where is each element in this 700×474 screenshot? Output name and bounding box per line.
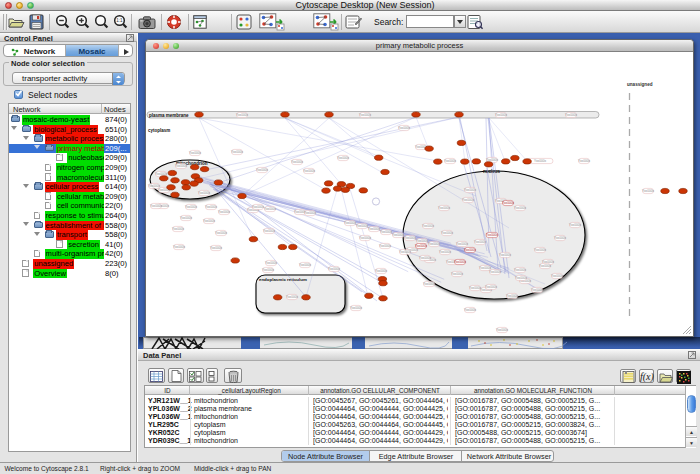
svg-text:Yxx000x: Yxx000x (499, 253, 512, 257)
svg-text:Yxx000x: Yxx000x (303, 169, 316, 173)
svg-text:Yxx000x: Yxx000x (236, 113, 249, 117)
svg-text:Yxx000x: Yxx000x (286, 295, 299, 299)
svg-text:Yxx000x: Yxx000x (304, 211, 317, 215)
svg-text:Yxx000x: Yxx000x (642, 189, 655, 193)
svg-text:Yxx000x: Yxx000x (565, 113, 578, 117)
svg-text:Yxx000x: Yxx000x (551, 274, 564, 278)
svg-text:Yxx000x: Yxx000x (464, 188, 477, 192)
svg-text:Yxx000x: Yxx000x (359, 236, 372, 240)
svg-text:Yxx000x: Yxx000x (534, 248, 547, 252)
svg-text:plasma membrane: plasma membrane (149, 113, 189, 118)
svg-text:Yxx000x: Yxx000x (185, 205, 198, 209)
svg-text:Yxx000x: Yxx000x (464, 308, 477, 312)
svg-text:Yxx000x: Yxx000x (464, 248, 477, 252)
svg-text:Yxx000x: Yxx000x (489, 270, 502, 274)
svg-text:Yxx000x: Yxx000x (569, 223, 582, 227)
svg-text:Yxx000x: Yxx000x (150, 204, 163, 208)
svg-text:Yxx000x: Yxx000x (359, 113, 372, 117)
svg-text:Yxx000x: Yxx000x (203, 219, 216, 223)
svg-text:Yxx000x: Yxx000x (539, 264, 552, 268)
svg-text:Yxx000x: Yxx000x (256, 168, 269, 172)
svg-text:Yxx000x: Yxx000x (344, 221, 357, 225)
svg-text:Yxx000x: Yxx000x (328, 267, 341, 271)
svg-text:Yxx000x: Yxx000x (375, 269, 388, 273)
svg-text:Yxx000x: Yxx000x (252, 205, 265, 209)
svg-text:Yxx000x: Yxx000x (485, 285, 498, 289)
svg-text:Yxx000x: Yxx000x (291, 160, 304, 164)
svg-text:Yxx000x: Yxx000x (444, 159, 457, 163)
svg-text:Yxx000x: Yxx000x (392, 233, 405, 237)
svg-text:Yxx000x: Yxx000x (215, 231, 228, 235)
svg-text:Yxx000x: Yxx000x (439, 250, 452, 254)
svg-text:Yxx000x: Yxx000x (514, 206, 527, 210)
svg-text:Yxx000x: Yxx000x (180, 216, 193, 220)
svg-text:Yxx000x: Yxx000x (368, 227, 381, 231)
svg-text:Yxx000x: Yxx000x (454, 260, 467, 264)
svg-text:Yxx000x: Yxx000x (379, 244, 392, 248)
svg-text:Yxx000x: Yxx000x (502, 201, 515, 205)
svg-text:Yxx000x: Yxx000x (495, 113, 508, 117)
svg-text:Yxx000x: Yxx000x (265, 261, 278, 265)
svg-text:cytoplasm: cytoplasm (148, 128, 170, 133)
svg-text:Yxx000x: Yxx000x (189, 151, 202, 155)
svg-text:Yxx000x: Yxx000x (423, 282, 436, 286)
svg-text:Yxx000x: Yxx000x (515, 276, 528, 280)
svg-text:Yxx000x: Yxx000x (231, 150, 244, 154)
svg-text:Yxx000x: Yxx000x (218, 210, 231, 214)
svg-text:Yxx000x: Yxx000x (415, 244, 428, 248)
svg-text:1:1: 1:1 (116, 18, 123, 23)
svg-text:Yxx000x: Yxx000x (578, 159, 591, 163)
svg-text:Yxx000x: Yxx000x (404, 236, 417, 240)
svg-text:Yxx000x: Yxx000x (350, 306, 363, 310)
svg-text:Yxx000x: Yxx000x (422, 224, 435, 228)
svg-text:Yxx000x: Yxx000x (263, 229, 276, 233)
svg-text:Yxx000x: Yxx000x (380, 230, 393, 234)
svg-text:Yxx000x: Yxx000x (264, 207, 277, 211)
svg-text:Yxx000x: Yxx000x (175, 164, 188, 168)
svg-text:Yxx000x: Yxx000x (456, 242, 469, 246)
svg-text:Yxx000x: Yxx000x (514, 268, 527, 272)
svg-text:Yxx000x: Yxx000x (486, 233, 499, 237)
svg-text:Yxx000x: Yxx000x (337, 156, 350, 160)
svg-text:Yxx000x: Yxx000x (205, 205, 218, 209)
svg-text:Yxx000x: Yxx000x (438, 206, 451, 210)
svg-text:Yxx000x: Yxx000x (398, 126, 411, 130)
svg-text:Yxx000x: Yxx000x (356, 224, 369, 228)
svg-text:unassigned: unassigned (627, 82, 653, 87)
svg-text:Yxx000x: Yxx000x (496, 328, 509, 332)
svg-text:Yxx000x: Yxx000x (419, 256, 432, 260)
svg-text:Yxx000x: Yxx000x (399, 250, 412, 254)
svg-text:Yxx000x: Yxx000x (451, 272, 464, 276)
svg-text:Yxx000x: Yxx000x (173, 245, 186, 249)
svg-text:Yxx000x: Yxx000x (198, 191, 211, 195)
svg-text:Yxx000x: Yxx000x (554, 236, 567, 240)
svg-text:Yxx000x: Yxx000x (506, 294, 519, 298)
svg-text:Yxx000x: Yxx000x (462, 198, 475, 202)
svg-text:Yxx000x: Yxx000x (416, 239, 429, 243)
svg-text:Yxx000x: Yxx000x (210, 246, 223, 250)
svg-text:Yxx000x: Yxx000x (534, 159, 547, 163)
svg-text:Yxx000x: Yxx000x (531, 288, 544, 292)
svg-text:Yxx000x: Yxx000x (262, 268, 275, 272)
svg-text:Yxx000x: Yxx000x (172, 227, 185, 231)
svg-text:Yxx000x: Yxx000x (148, 184, 161, 188)
svg-text:Yxx000x: Yxx000x (441, 231, 454, 235)
svg-text:Yxx000x: Yxx000x (299, 263, 312, 267)
svg-text:Yxx000x: Yxx000x (428, 242, 441, 246)
svg-text:Yxx000x: Yxx000x (474, 240, 487, 244)
svg-text:endoplasmic reticulum: endoplasmic reticulum (259, 277, 307, 282)
